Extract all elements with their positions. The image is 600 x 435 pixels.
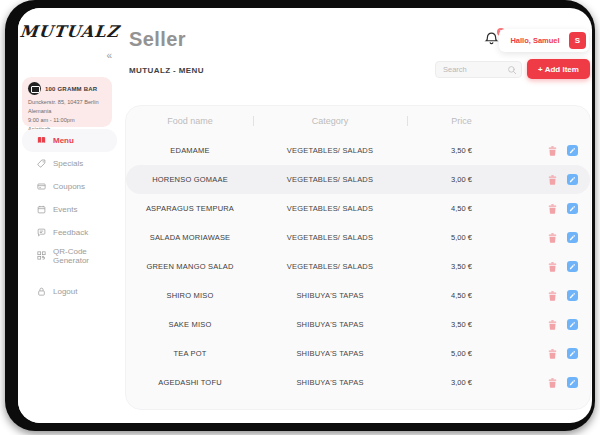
trash-icon	[547, 290, 558, 302]
column-header-price: Price	[414, 116, 509, 126]
category-cell: VEGETABLES/ SALADS	[260, 175, 400, 184]
pencil-icon	[569, 205, 576, 212]
sidebar-item-label: Feedback	[53, 228, 88, 237]
user-menu[interactable]: Hallo, Samuel S	[499, 29, 589, 52]
menu-table-body: EDAMAME VEGETABLES/ SALADS 3,50 € HORENS…	[126, 136, 590, 397]
search-box	[435, 61, 522, 78]
edit-item-button[interactable]	[567, 261, 578, 272]
restaurant-name: 100 GRAMM BAR	[45, 86, 97, 92]
sidebar-item-qr-code-generator[interactable]: QR-Code Generator	[22, 244, 117, 267]
price-cell: 4,50 €	[414, 204, 509, 213]
category-cell: VEGETABLES/ SALADS	[260, 146, 400, 155]
table-row[interactable]: SALADA MORIAWASE VEGETABLES/ SALADS 5,00…	[126, 223, 590, 252]
food-name-cell: ASPARAGUS TEMPURA	[134, 204, 246, 213]
category-cell: SHIBUYA'S TAPAS	[260, 349, 400, 358]
brand-logo: MUTUALZ	[18, 22, 122, 41]
sidebar-item-specials[interactable]: Specials	[22, 152, 117, 175]
table-row[interactable]: SHIRO MISO SHIBUYA'S TAPAS 4,50 €	[126, 281, 590, 310]
delete-item-button[interactable]	[547, 232, 558, 244]
search-icon[interactable]	[507, 65, 517, 75]
category-cell: VEGETABLES/ SALADS	[260, 262, 400, 271]
table-row[interactable]: HORENSO GOMAAE VEGETABLES/ SALADS 3,00 €	[126, 165, 590, 194]
edit-item-button[interactable]	[567, 290, 578, 301]
category-cell: SHIBUYA'S TAPAS	[260, 320, 400, 329]
sidebar-item-events[interactable]: Events	[22, 198, 117, 221]
menu-book-icon	[37, 136, 46, 145]
pencil-icon	[569, 147, 576, 154]
table-row[interactable]: EDAMAME VEGETABLES/ SALADS 3,50 €	[126, 136, 590, 165]
restaurant-address: Dunckerstr. 85, 10437 Berlin Alemania	[28, 98, 107, 116]
table-row[interactable]: GREEN MANGO SALAD VEGETABLES/ SALADS 3,5…	[126, 252, 590, 281]
pencil-icon	[569, 292, 576, 299]
restaurant-hours: 9:00 am - 11:00pm	[28, 116, 107, 125]
app-window: MUTUALZ « 100 GRAMM BAR Dunckerstr. 85, …	[18, 8, 592, 423]
delete-item-button[interactable]	[547, 319, 558, 331]
sidebar-item-menu[interactable]: Menu	[22, 129, 117, 152]
restaurant-card: 100 GRAMM BAR Dunckerstr. 85, 10437 Berl…	[22, 77, 112, 127]
edit-item-button[interactable]	[567, 319, 578, 330]
sidebar-item-logout[interactable]: Logout	[22, 280, 117, 303]
sidebar-item-feedback[interactable]: Feedback	[22, 221, 117, 244]
edit-item-button[interactable]	[567, 377, 578, 388]
pencil-icon	[569, 176, 576, 183]
sidebar-item-label: Menu	[53, 136, 74, 145]
category-cell: VEGETABLES/ SALADS	[260, 233, 400, 242]
main-content: Seller 1 Hallo, Samuel S MUTUALZ - MENU	[121, 8, 592, 423]
trash-icon	[547, 261, 558, 273]
table-header-row: Food name Category Price	[126, 106, 590, 136]
delete-item-button[interactable]	[547, 203, 558, 215]
food-name-cell: GREEN MANGO SALAD	[134, 262, 246, 271]
delete-item-button[interactable]	[547, 261, 558, 273]
qr-code-icon	[37, 251, 46, 260]
pencil-icon	[569, 350, 576, 357]
delete-item-button[interactable]	[547, 145, 558, 157]
sidebar-item-coupons[interactable]: Coupons	[22, 175, 117, 198]
lock-icon	[37, 287, 46, 296]
column-divider	[407, 116, 408, 126]
table-row[interactable]: TEA POT SHIBUYA'S TAPAS 5,00 €	[126, 339, 590, 368]
sidebar-item-label: Coupons	[53, 182, 85, 191]
sidebar-collapse-icon[interactable]: «	[106, 50, 112, 61]
delete-item-button[interactable]	[547, 174, 558, 186]
edit-item-button[interactable]	[567, 203, 578, 214]
table-row[interactable]: AGEDASHI TOFU SHIBUYA'S TAPAS 3,00 €	[126, 368, 590, 397]
trash-icon	[547, 203, 558, 215]
price-cell: 3,50 €	[414, 146, 509, 155]
calendar-icon	[37, 205, 46, 214]
trash-icon	[547, 232, 558, 244]
food-name-cell: AGEDASHI TOFU	[134, 378, 246, 387]
coupon-card-icon	[37, 182, 46, 191]
sidebar-item-label: Events	[53, 205, 77, 214]
category-cell: VEGETABLES/ SALADS	[260, 204, 400, 213]
page-title: Seller	[129, 28, 186, 51]
category-cell: SHIBUYA'S TAPAS	[260, 291, 400, 300]
delete-item-button[interactable]	[547, 348, 558, 360]
add-item-button[interactable]: + Add Item	[527, 59, 590, 79]
price-cell: 5,00 €	[414, 349, 509, 358]
food-name-cell: HORENSO GOMAAE	[134, 175, 246, 184]
trash-icon	[547, 145, 558, 157]
edit-item-button[interactable]	[567, 174, 578, 185]
table-row[interactable]: ASPARAGUS TEMPURA VEGETABLES/ SALADS 4,5…	[126, 194, 590, 223]
pencil-icon	[569, 234, 576, 241]
edit-item-button[interactable]	[567, 232, 578, 243]
price-cell: 3,50 €	[414, 320, 509, 329]
edit-item-button[interactable]	[567, 348, 578, 359]
user-greeting: Hallo, Samuel	[510, 36, 577, 45]
food-name-cell: EDAMAME	[134, 146, 246, 155]
pencil-icon	[569, 321, 576, 328]
sidebar-nav: Menu Specials Coupon	[18, 129, 121, 303]
price-cell: 3,50 €	[414, 262, 509, 271]
pencil-icon	[569, 263, 576, 270]
trash-icon	[547, 377, 558, 389]
pencil-icon	[569, 379, 576, 386]
edit-item-button[interactable]	[567, 145, 578, 156]
sidebar-item-label: Logout	[53, 287, 77, 296]
sidebar-item-label: Specials	[53, 159, 83, 168]
menu-table-panel: Food name Category Price EDAMAME VEGETAB…	[125, 105, 591, 410]
food-name-cell: SALADA MORIAWASE	[134, 233, 246, 242]
table-row[interactable]: SAKE MISO SHIBUYA'S TAPAS 3,50 €	[126, 310, 590, 339]
delete-item-button[interactable]	[547, 377, 558, 389]
column-header-category: Category	[260, 116, 400, 126]
delete-item-button[interactable]	[547, 290, 558, 302]
